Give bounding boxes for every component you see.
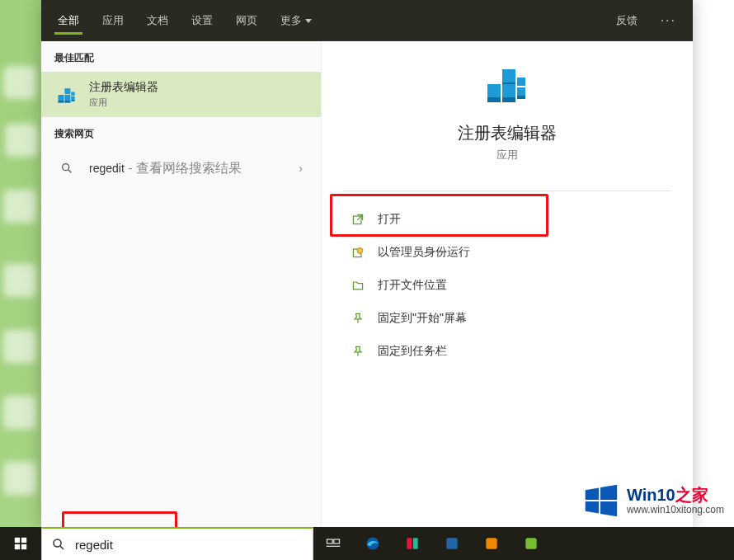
search-input[interactable]	[75, 538, 313, 552]
pin-icon	[350, 343, 366, 360]
search-icon	[54, 156, 79, 181]
tab-settings[interactable]: 设置	[180, 0, 224, 41]
svg-rect-1	[64, 95, 70, 101]
svg-rect-4	[71, 96, 74, 99]
tab-label: 更多	[280, 14, 302, 26]
registry-editor-icon	[481, 58, 534, 111]
app-kind: 应用	[496, 148, 518, 162]
pinned-app-icon[interactable]	[432, 527, 472, 560]
options-menu-button[interactable]: ···	[649, 13, 688, 28]
web-search-result[interactable]: regedit - 查看网络搜索结果 ›	[41, 148, 321, 189]
svg-marker-41	[600, 501, 617, 516]
svg-rect-35	[446, 538, 457, 548]
svg-rect-30	[334, 539, 340, 544]
svg-rect-15	[487, 97, 501, 102]
desktop-background	[0, 0, 41, 560]
svg-rect-12	[502, 69, 515, 82]
svg-rect-13	[517, 78, 525, 86]
result-subtitle: 应用	[89, 96, 308, 109]
pin-to-taskbar-action[interactable]: 固定到任务栏	[343, 335, 671, 368]
svg-rect-34	[413, 538, 418, 548]
tab-label: 网页	[236, 14, 257, 26]
svg-rect-25	[15, 544, 20, 549]
svg-rect-36	[486, 538, 496, 548]
action-label: 以管理员身份运行	[378, 245, 470, 260]
edge-browser-icon[interactable]	[353, 527, 393, 560]
search-filter-bar: 全部 应用 文档 设置 网页 更多 反馈 ···	[41, 0, 693, 41]
best-match-result[interactable]: 注册表编辑器 应用	[41, 72, 321, 117]
tab-label: 设置	[191, 14, 213, 26]
folder-icon	[350, 277, 366, 294]
svg-rect-6	[64, 101, 70, 103]
tab-all[interactable]: 全部	[46, 0, 91, 41]
pinned-app-icon[interactable]	[472, 527, 511, 560]
chevron-right-icon: ›	[294, 162, 308, 175]
svg-rect-14	[517, 87, 525, 96]
svg-marker-40	[586, 501, 600, 514]
pin-icon	[350, 310, 366, 327]
watermark-url: www.win10xitong.com	[627, 505, 724, 516]
action-label: 打开	[378, 212, 401, 227]
taskbar-search[interactable]	[41, 527, 313, 560]
shield-icon	[350, 244, 366, 261]
svg-rect-33	[407, 538, 412, 548]
run-as-admin-action[interactable]: 以管理员身份运行	[343, 236, 671, 269]
watermark: Win10之家 www.win10xitong.com	[582, 482, 724, 519]
result-detail-pane: 注册表编辑器 应用 打开	[322, 41, 693, 527]
svg-point-27	[54, 539, 61, 547]
pinned-app-icon[interactable]	[393, 527, 432, 560]
svg-rect-0	[59, 95, 64, 101]
open-action[interactable]: 打开	[343, 203, 671, 236]
svg-rect-16	[502, 97, 515, 102]
svg-rect-11	[502, 84, 515, 97]
open-file-location-action[interactable]: 打开文件位置	[343, 269, 671, 302]
pinned-app-icon[interactable]	[511, 527, 551, 560]
svg-rect-37	[525, 538, 536, 548]
svg-line-28	[60, 546, 64, 549]
taskbar	[0, 527, 734, 560]
svg-rect-3	[71, 92, 74, 95]
action-label: 固定到任务栏	[378, 344, 447, 359]
svg-rect-7	[71, 100, 74, 101]
svg-rect-29	[327, 539, 333, 544]
watermark-title: Win10之家	[627, 486, 724, 505]
chevron-down-icon	[305, 19, 312, 23]
windows-logo-icon	[582, 482, 619, 519]
web-suffix: - 查看网络搜索结果	[125, 161, 242, 175]
action-label: 固定到"开始"屏幕	[378, 311, 467, 326]
feedback-link[interactable]: 反馈	[605, 13, 649, 28]
svg-rect-10	[487, 84, 501, 97]
results-list: 最佳匹配	[41, 41, 322, 527]
search-web-header: 搜索网页	[41, 117, 321, 148]
svg-marker-39	[600, 485, 617, 500]
start-button[interactable]	[0, 527, 41, 560]
search-icon	[42, 537, 75, 552]
tab-more[interactable]: 更多	[269, 0, 323, 41]
svg-rect-18	[502, 82, 515, 84]
svg-rect-23	[15, 538, 20, 543]
tab-label: 文档	[147, 14, 168, 26]
pin-to-start-action[interactable]: 固定到"开始"屏幕	[343, 302, 671, 335]
tab-label: 应用	[102, 14, 124, 26]
action-list: 打开 以管理员身份运行 打开文件位置	[322, 203, 693, 368]
tab-web[interactable]: 网页	[224, 0, 269, 41]
svg-point-8	[63, 164, 69, 171]
action-label: 打开文件位置	[378, 278, 447, 293]
best-match-header: 最佳匹配	[41, 41, 321, 72]
tab-documents[interactable]: 文档	[135, 0, 180, 41]
svg-rect-5	[59, 101, 64, 103]
svg-rect-2	[64, 88, 70, 94]
result-title: 注册表编辑器	[89, 80, 308, 95]
task-view-button[interactable]	[313, 527, 353, 560]
svg-rect-17	[517, 96, 525, 99]
web-query: regedit	[89, 162, 125, 175]
tab-apps[interactable]: 应用	[91, 0, 135, 41]
divider	[343, 191, 671, 191]
search-results-panel: 全部 应用 文档 设置 网页 更多 反馈 ··· 最佳匹配	[41, 0, 693, 527]
svg-line-9	[68, 170, 71, 172]
svg-marker-38	[586, 487, 600, 500]
app-title: 注册表编辑器	[458, 122, 557, 144]
tab-label: 全部	[58, 14, 79, 26]
open-icon	[350, 211, 366, 228]
svg-rect-24	[21, 538, 26, 543]
